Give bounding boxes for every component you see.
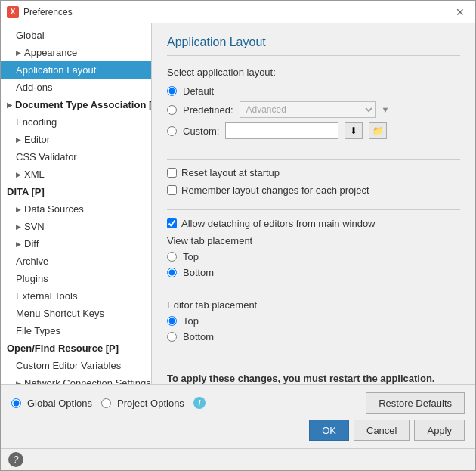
editor-top-radio[interactable] (167, 316, 177, 326)
custom-path-input[interactable] (225, 122, 338, 139)
remember-layout-checkbox[interactable] (167, 185, 177, 195)
predefined-radio[interactable] (167, 105, 177, 115)
sidebar-item-label: Open/Find Resource [P] (7, 342, 119, 354)
sidebar-item-diff[interactable]: ▶ Diff (1, 235, 151, 253)
sidebar-item-custom-editor-variables[interactable]: Custom Editor Variables (1, 357, 151, 374)
custom-download-button[interactable]: ⬇ (345, 122, 363, 139)
reset-layout-label[interactable]: Reset layout at startup (181, 167, 280, 178)
project-options-row: Project Options (101, 398, 184, 409)
footer: Global Options Project Options i Restore… (1, 384, 475, 448)
restore-defaults-button[interactable]: Restore Defaults (366, 392, 465, 414)
view-top-radio[interactable] (167, 252, 177, 262)
sidebar-item-application-layout[interactable]: Application Layout (1, 61, 151, 79)
editor-bottom-row: Bottom (167, 331, 460, 342)
custom-label[interactable]: Custom: (183, 125, 219, 137)
sidebar-item-data-sources[interactable]: ▶ Data Sources (1, 200, 151, 218)
sidebar-item-document-type[interactable]: ▶ Document Type Association [P] (1, 96, 151, 113)
layout-option-predefined: Predefined: Advanced ▼ (167, 101, 460, 118)
allow-detach-row: Allow detaching of editors from main win… (167, 218, 460, 229)
sidebar-item-label: SVN (24, 221, 45, 232)
allow-detach-checkbox[interactable] (167, 218, 177, 228)
app-icon: X (7, 6, 19, 18)
sidebar-item-label: Archive (16, 256, 48, 267)
title-bar-left: X Preferences (7, 6, 73, 18)
sidebar-item-css-validator[interactable]: CSS Validator (1, 148, 151, 166)
editor-tab-label: Editor tab placement (167, 299, 460, 311)
view-bottom-label[interactable]: Bottom (183, 267, 214, 278)
default-radio[interactable] (167, 86, 177, 96)
editor-bottom-label[interactable]: Bottom (183, 331, 214, 342)
cancel-button[interactable]: Cancel (354, 420, 410, 441)
sidebar-item-add-ons[interactable]: Add-ons (1, 79, 151, 96)
select-layout-label: Select application layout: (167, 67, 460, 78)
editor-top-label[interactable]: Top (183, 315, 199, 327)
view-top-label[interactable]: Top (183, 251, 199, 262)
view-bottom-row: Bottom (167, 267, 460, 278)
sidebar-item-network-connection[interactable]: ▶ Network Connection Settings (1, 374, 151, 384)
restart-notice: To apply these changes, you must restart… (167, 373, 460, 384)
editor-top-row: Top (167, 315, 460, 327)
view-tab-label: View tab placement (167, 235, 460, 246)
close-button[interactable]: ✕ (451, 5, 469, 20)
sidebar: Global ▶ Appearance Application Layout A… (1, 23, 152, 384)
global-options-row: Global Options (11, 398, 92, 409)
sidebar-item-label: Plugins (16, 273, 48, 284)
sidebar-item-archive[interactable]: Archive (1, 253, 151, 270)
chevron-icon: ▶ (16, 136, 21, 144)
reset-layout-checkbox[interactable] (167, 168, 177, 178)
project-options-label[interactable]: Project Options (117, 398, 184, 409)
chevron-icon: ▶ (16, 171, 21, 178)
allow-detach-label[interactable]: Allow detaching of editors from main win… (181, 218, 376, 229)
apply-button[interactable]: Apply (414, 420, 465, 441)
preferences-dialog: X Preferences ✕ Global ▶ Appearance Appl… (0, 0, 476, 471)
sidebar-item-label: Appearance (24, 47, 77, 58)
sidebar-item-label: Document Type Association [P] (15, 99, 152, 110)
bottom-bar: ? (1, 448, 475, 470)
main-content: Application Layout Select application la… (152, 23, 475, 384)
sidebar-item-label: Global (16, 29, 45, 41)
predefined-select[interactable]: Advanced (240, 101, 376, 118)
sidebar-item-label: Network Connection Settings (24, 377, 151, 384)
chevron-icon: ▶ (16, 206, 21, 213)
sidebar-item-file-types[interactable]: File Types (1, 322, 151, 339)
ok-button[interactable]: OK (309, 420, 349, 441)
sidebar-item-appearance[interactable]: ▶ Appearance (1, 44, 151, 61)
remember-layout-label[interactable]: Remember layout changes for each project (181, 184, 369, 196)
project-options-radio[interactable] (101, 398, 111, 408)
dialog-title: Preferences (23, 7, 73, 17)
help-button[interactable]: ? (8, 452, 23, 467)
sidebar-item-label: Data Sources (24, 203, 84, 215)
sidebar-item-external-tools[interactable]: External Tools (1, 287, 151, 305)
view-bottom-radio[interactable] (167, 268, 177, 277)
sidebar-item-label: Add-ons (16, 82, 52, 93)
custom-radio[interactable] (167, 126, 177, 136)
global-options-radio[interactable] (11, 398, 21, 408)
global-options-label[interactable]: Global Options (27, 398, 92, 409)
sidebar-item-menu-shortcut-keys[interactable]: Menu Shortcut Keys (1, 305, 151, 322)
sidebar-item-xml[interactable]: ▶ XML (1, 166, 151, 183)
sidebar-item-dita[interactable]: DITA [P] (1, 183, 151, 200)
sidebar-item-label: Diff (24, 238, 39, 249)
predefined-dropdown-arrow: ▼ (382, 105, 390, 114)
info-icon[interactable]: i (193, 397, 206, 409)
sidebar-item-global[interactable]: Global (1, 26, 151, 44)
dialog-body: Global ▶ Appearance Application Layout A… (1, 23, 475, 384)
divider-1 (167, 159, 460, 160)
custom-browse-button[interactable]: 📁 (369, 122, 387, 139)
sidebar-item-encoding[interactable]: Encoding (1, 113, 151, 131)
sidebar-item-label: Menu Shortcut Keys (16, 308, 104, 319)
layout-radio-group: Default Predefined: Advanced ▼ Custom: ⬇… (167, 85, 460, 139)
sidebar-item-plugins[interactable]: Plugins (1, 270, 151, 287)
editor-bottom-radio[interactable] (167, 332, 177, 342)
main-title: Application Layout (167, 36, 460, 56)
view-top-row: Top (167, 251, 460, 262)
layout-option-custom: Custom: ⬇ 📁 (167, 122, 460, 139)
predefined-label[interactable]: Predefined: (183, 104, 233, 116)
chevron-icon: ▶ (16, 240, 21, 248)
sidebar-item-open-find[interactable]: Open/Find Resource [P] (1, 339, 151, 357)
default-label[interactable]: Default (183, 85, 214, 97)
sidebar-item-editor[interactable]: ▶ Editor (1, 131, 151, 148)
remember-layout-row: Remember layout changes for each project (167, 184, 460, 196)
chevron-icon: ▶ (16, 49, 21, 57)
sidebar-item-svn[interactable]: ▶ SVN (1, 218, 151, 235)
